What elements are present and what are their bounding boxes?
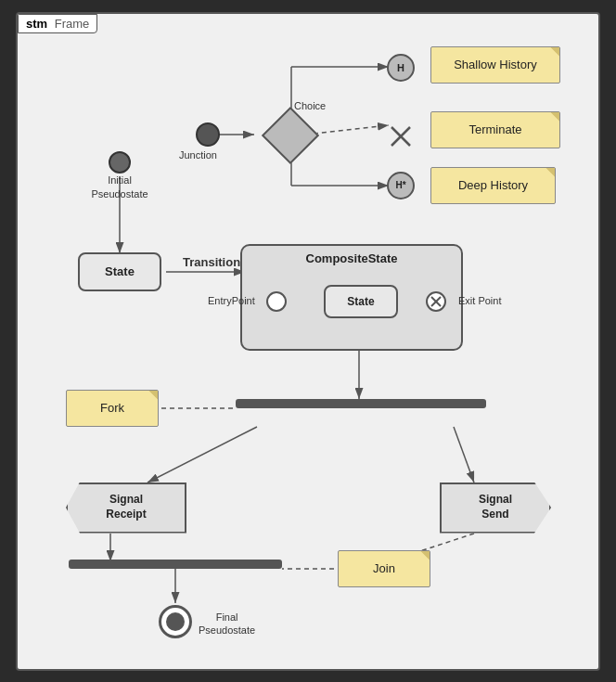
initial-pseudostate-label: Initial Pseudostate — [83, 174, 157, 202]
join-note: Join — [338, 550, 430, 587]
shallow-history-note: Shallow History — [430, 46, 560, 84]
inner-state-label: State — [347, 295, 374, 308]
transition-label: Transition — [183, 255, 240, 269]
deep-history-circle: H* — [387, 172, 415, 199]
initial-pseudostate-node — [109, 151, 131, 174]
state-label: State — [105, 264, 135, 278]
junction-label: Junction — [179, 148, 217, 161]
fork-label: Fork — [100, 401, 124, 415]
diagram-container: stm Frame — [16, 12, 600, 671]
final-outer-ring — [159, 605, 192, 638]
entry-point-label: EntryPoint — [208, 294, 255, 307]
exit-x-icon — [430, 295, 443, 308]
signal-send-node: Signal Send — [440, 483, 551, 534]
deep-history-note: Deep History — [430, 167, 556, 204]
fork-bar — [236, 399, 486, 408]
exit-point-label: Exit Point — [458, 294, 501, 307]
arrow-to-terminate — [305, 125, 389, 135]
signal-receipt-node: Signal Receipt — [66, 483, 186, 534]
arrow-fork-to-signal-send — [454, 427, 474, 483]
composite-state-title: CompositeState — [242, 251, 461, 265]
terminate-label: Terminate — [468, 122, 521, 136]
fork-note: Fork — [66, 390, 159, 427]
terminate-symbol — [387, 122, 415, 150]
terminate-x-icon — [388, 123, 414, 149]
arrow-fork-to-signal-receipt — [148, 427, 257, 483]
junction-node — [196, 122, 220, 147]
state-box: State — [78, 252, 161, 291]
signal-receipt-label: Signal Receipt — [106, 493, 146, 521]
shallow-history-circle: H — [387, 54, 415, 82]
join-label: Join — [373, 561, 395, 575]
exit-point-node — [426, 291, 446, 312]
final-pseudostate-label: Final Pseudostate — [199, 611, 255, 637]
entry-point-node — [266, 291, 287, 312]
signal-receipt-wrapper: Signal Receipt — [66, 483, 186, 534]
inner-state-box: State — [324, 285, 398, 318]
final-pseudostate-wrapper — [159, 605, 192, 638]
shallow-history-label: Shallow History — [454, 58, 537, 71]
signal-send-wrapper: Signal Send — [440, 483, 551, 534]
composite-state-box: CompositeState State — [240, 244, 463, 351]
final-inner-dot — [166, 612, 185, 631]
choice-node-wrapper — [266, 111, 314, 160]
signal-send-label: Signal Send — [479, 493, 512, 521]
terminate-note: Terminate — [430, 111, 560, 148]
choice-label: Choice — [294, 99, 326, 112]
choice-diamond — [262, 106, 319, 163]
join-bar — [69, 560, 282, 569]
deep-history-label: Deep History — [458, 178, 528, 192]
